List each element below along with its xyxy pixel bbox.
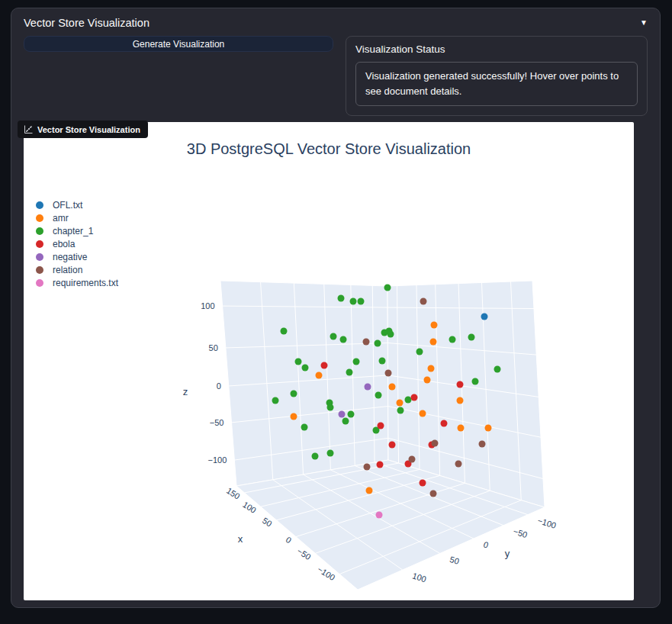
data-point-chapter_1[interactable] [295,359,302,365]
legend-item-negative[interactable]: negative [36,250,118,263]
data-point-chapter_1[interactable] [281,328,288,335]
data-point-relation[interactable] [430,491,437,497]
legend-swatch-icon [36,253,43,261]
data-point-requirements.txt[interactable] [376,512,383,519]
data-point-relation[interactable] [432,440,439,447]
data-point-chapter_1[interactable] [312,453,319,460]
legend-label: requirements.txt [53,278,118,288]
expander-header[interactable]: Vector Store Visualization ▼ [11,8,660,36]
data-point-ebola[interactable] [377,462,384,468]
data-point-ebola[interactable] [378,423,384,429]
data-point-chapter_1[interactable] [272,397,279,404]
data-point-chapter_1[interactable] [472,378,479,385]
y-tick-label: 100 [411,571,427,584]
data-point-chapter_1[interactable] [358,298,365,305]
legend-item-chapter_1[interactable]: chapter_1 [36,224,118,237]
z-tick-label: −100 [208,455,227,465]
data-point-chapter_1[interactable] [348,411,355,418]
data-point-chapter_1[interactable] [387,331,394,338]
legend-label: chapter_1 [53,226,93,236]
data-point-chapter_1[interactable] [375,392,382,399]
data-point-amr[interactable] [291,413,297,420]
legend-item-amr[interactable]: amr [36,211,118,224]
data-point-amr[interactable] [458,425,465,432]
data-point-relation[interactable] [455,461,462,468]
data-point-amr[interactable] [316,372,323,379]
z-axis-label: z [183,386,188,397]
data-point-ebola[interactable] [321,362,328,369]
controls-row: Generate Visualization Visualization Sta… [11,36,660,116]
data-point-chapter_1[interactable] [340,336,347,343]
data-point-negative[interactable] [339,411,346,418]
plot-title: 3D PostgreSQL Vector Store Visualization [24,140,634,158]
data-point-ebola[interactable] [457,381,464,388]
z-tick-label: 100 [201,301,214,310]
scene-3d[interactable]: 100500−50−100150100500−50−100−100−500501… [24,122,634,600]
collapse-chevron-icon[interactable]: ▼ [640,19,648,27]
data-point-chapter_1[interactable] [353,359,360,365]
data-point-amr[interactable] [430,339,437,346]
legend-swatch-icon [36,201,43,209]
legend-label: ebola [53,239,75,249]
x-tick-label: 50 [261,516,274,529]
data-point-chapter_1[interactable] [384,285,391,291]
data-point-chapter_1[interactable] [375,340,381,347]
legend-swatch-icon [36,266,43,274]
data-point-chapter_1[interactable] [494,366,501,373]
generate-visualization-button[interactable]: Generate Visualization [24,36,333,52]
data-point-chapter_1[interactable] [342,418,349,425]
data-point-chapter_1[interactable] [468,334,475,341]
data-point-amr[interactable] [424,377,431,384]
y-tick-label: 50 [449,555,460,566]
data-point-chapter_1[interactable] [301,424,308,431]
expander-card: Vector Store Visualization ▼ Generate Vi… [11,8,661,608]
data-point-relation[interactable] [364,464,371,471]
data-point-ebola[interactable] [420,480,426,487]
legend-item-OFL.txt[interactable]: OFL.txt [36,198,118,211]
data-point-relation[interactable] [409,456,416,463]
data-point-chapter_1[interactable] [405,397,412,404]
data-point-amr[interactable] [420,410,426,417]
legend-label: OFL.txt [53,200,82,211]
data-point-chapter_1[interactable] [346,369,353,376]
data-point-relation[interactable] [479,441,486,448]
data-point-chapter_1[interactable] [338,295,345,302]
data-point-ebola[interactable] [441,420,448,427]
legend-swatch-icon [36,214,43,222]
data-point-ebola[interactable] [389,442,396,449]
data-point-chapter_1[interactable] [449,336,456,343]
data-point-amr[interactable] [431,322,438,329]
legend-item-requirements.txt[interactable]: requirements.txt [36,276,118,289]
data-point-chapter_1[interactable] [416,349,423,355]
z-tick-label: −50 [210,418,224,427]
data-point-amr[interactable] [428,365,435,372]
plot-tab: Vector Store Visualization [18,121,148,138]
legend-item-ebola[interactable]: ebola [36,237,118,250]
data-point-chapter_1[interactable] [327,450,334,457]
data-point-relation[interactable] [420,298,427,305]
scatter-chart-icon [24,125,33,134]
data-point-chapter_1[interactable] [291,391,297,397]
data-point-amr[interactable] [366,487,373,494]
data-point-chapter_1[interactable] [350,298,357,305]
data-point-amr[interactable] [389,384,396,391]
data-point-chapter_1[interactable] [327,404,334,411]
z-tick-label: 50 [209,343,218,352]
data-point-amr[interactable] [397,400,404,407]
data-point-chapter_1[interactable] [379,358,386,365]
status-message: Visualization generated successfully! Ho… [355,62,638,106]
data-point-amr[interactable] [457,397,464,404]
data-point-relation[interactable] [363,339,370,346]
data-point-amr[interactable] [485,425,492,432]
data-point-chapter_1[interactable] [302,365,309,372]
legend-item-relation[interactable]: relation [36,263,118,276]
data-point-ebola[interactable] [411,394,418,401]
wall-left [220,281,388,486]
data-point-chapter_1[interactable] [397,407,404,414]
data-point-negative[interactable] [365,384,371,391]
y-axis-label: y [505,548,510,559]
data-point-relation[interactable] [385,370,392,377]
data-point-chapter_1[interactable] [330,333,337,340]
legend-swatch-icon [36,279,43,287]
data-point-OFL.txt[interactable] [481,314,488,320]
